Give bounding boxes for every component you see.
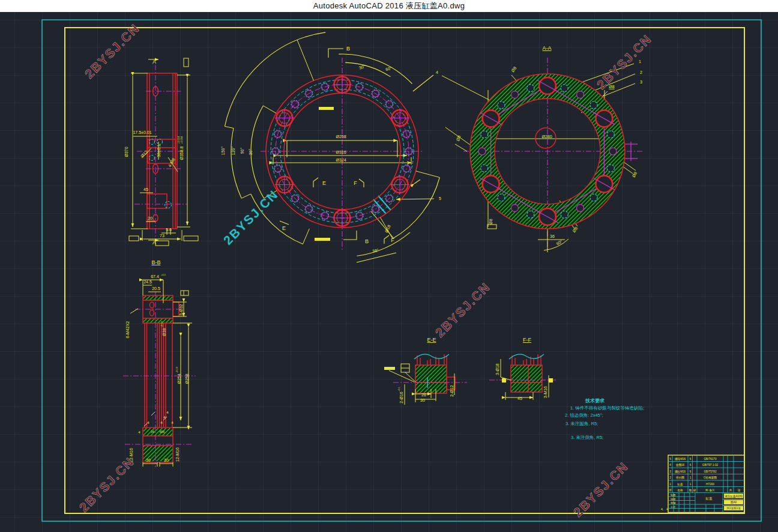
dim-label[interactable]: 36: [550, 234, 555, 238]
parts-list-cell[interactable]: 4: [669, 464, 671, 467]
parts-list-cell[interactable]: 垫圈16: [676, 464, 685, 467]
dim-label[interactable]: 6-M42X2: [125, 321, 130, 339]
dim-label[interactable]: Ø324: [336, 158, 346, 162]
dim-label[interactable]: 3: [640, 80, 642, 84]
parts-list-cell[interactable]: 螺栓M16: [675, 470, 686, 474]
dim-label[interactable]: 4: [166, 411, 169, 414]
dim-label[interactable]: B-B: [151, 259, 160, 265]
dim-label[interactable]: 73: [160, 234, 164, 238]
notes-line[interactable]: 3. 未注倒角, R5;: [571, 435, 603, 440]
notes-line[interactable]: 3. 未注圆角, R5;: [565, 421, 598, 426]
parts-list-header[interactable]: 序: [669, 489, 672, 492]
dim-label[interactable]: 2-Ø12: [450, 385, 454, 397]
dim-label[interactable]: B: [346, 46, 350, 52]
parts-list-header[interactable]: 料·备注: [705, 489, 715, 492]
dim-label[interactable]: 30°: [249, 149, 253, 156]
parts-list-cell[interactable]: GB/T5782: [704, 470, 717, 473]
dim-label[interactable]: 3-Ø32: [179, 304, 183, 316]
dim-label[interactable]: 4: [160, 421, 163, 425]
parts-list-cell[interactable]: 缸盖: [677, 483, 683, 486]
titleblock-cell[interactable]: 描图: [671, 498, 675, 501]
dim-label[interactable]: 4: [147, 421, 149, 425]
parts-list-header[interactable]: 名称: [677, 489, 683, 492]
parts-list-cell[interactable]: GB/T97.1-02: [702, 464, 719, 467]
dim-label[interactable]: Ø258: [336, 135, 346, 139]
dim-label[interactable]: +0.004: [180, 136, 183, 144]
dim-label[interactable]: F-F: [523, 337, 531, 343]
parts-list-header[interactable]: 张: [738, 489, 741, 492]
parts-list-cell[interactable]: HT200: [706, 483, 714, 486]
drawing-canvas[interactable]: AA17.5±0.01Ø370Ø1238±0.14-M8Ø358.8+0.018…: [0, 12, 778, 532]
dim-label[interactable]: E: [282, 225, 286, 231]
dim-label[interactable]: 5: [439, 196, 441, 201]
dim-label[interactable]: 4-M8: [167, 157, 176, 168]
dim-label[interactable]: 38±0.1: [157, 144, 161, 157]
titleblock-cell[interactable]: 工艺: [670, 506, 676, 509]
dim-label[interactable]: 4: [171, 421, 173, 425]
dim-label[interactable]: Ø258: [185, 373, 189, 384]
dim-label[interactable]: 60°: [385, 66, 392, 72]
dim-label[interactable]: +0.1: [397, 386, 400, 391]
dim-label[interactable]: 2: [640, 70, 642, 74]
titleblock-cell[interactable]: 审核: [671, 501, 676, 504]
parts-list-cell[interactable]: 5: [669, 458, 671, 461]
dim-label[interactable]: 20.5: [152, 286, 160, 291]
dim-label[interactable]: 12-M16: [175, 447, 179, 462]
dim-label[interactable]: 3-M16: [543, 386, 547, 398]
parts-list-cell[interactable]: 6: [690, 470, 692, 473]
dim-label[interactable]: 34: [151, 430, 154, 434]
parts-list-header[interactable]: 材: [693, 489, 696, 492]
parts-list-cell[interactable]: 6: [690, 464, 692, 467]
dim-label[interactable]: Ø8: [510, 66, 517, 73]
dim-label[interactable]: B: [365, 238, 369, 244]
dim-label[interactable]: Ø316: [336, 150, 346, 154]
dim-label[interactable]: 45: [517, 396, 522, 401]
dim-label[interactable]: 666: [160, 430, 165, 434]
dim-label[interactable]: 30: [146, 458, 151, 462]
dim-label[interactable]: 30: [420, 398, 425, 402]
dim-label[interactable]: 67.4: [151, 274, 159, 279]
dim-label[interactable]: 1: [639, 59, 641, 64]
parts-list-cell[interactable]: GB/T6170: [704, 458, 717, 461]
dim-label[interactable]: A: [152, 59, 156, 65]
dim-label[interactable]: Ø358.8: [179, 146, 184, 160]
section-b-b[interactable]: [123, 280, 196, 467]
dim-label[interactable]: 17.5±0.01: [133, 130, 151, 135]
dim-label[interactable]: Ø254: [177, 373, 181, 384]
dim-label[interactable]: 2-Ø16: [399, 391, 403, 404]
parts-list-cell[interactable]: 1: [669, 483, 671, 486]
dim-label[interactable]: A: [152, 240, 156, 246]
side-view[interactable]: [129, 58, 198, 246]
dim-label[interactable]: 26: [421, 393, 426, 397]
notes-line[interactable]: 1. 铸件不得有砂眼与裂纹等铸造缺陷;: [570, 405, 644, 411]
front-view-rings[interactable]: [225, 32, 439, 256]
dim-label[interactable]: F: [354, 180, 357, 186]
parts-list-cell[interactable]: 3: [669, 470, 671, 473]
dim-label[interactable]: 30: [164, 458, 169, 462]
parts-list-cell[interactable]: 密封圈: [676, 476, 684, 479]
parts-list-cell[interactable]: 2: [669, 476, 671, 479]
dim-label[interactable]: 45: [143, 187, 148, 192]
drawing-name[interactable]: 缸盖: [706, 497, 713, 501]
dim-label[interactable]: +0.1: [161, 273, 166, 276]
dim-label[interactable]: 3-Ø18: [495, 363, 499, 375]
dim-label[interactable]: E-E: [427, 337, 436, 343]
notes-line[interactable]: 2. 锐边倒角: 2x45°;: [565, 413, 603, 418]
dim-label[interactable]: 38°: [372, 248, 379, 253]
dim-label[interactable]: +0.10: [175, 366, 178, 373]
parts-list-header[interactable]: 数: [689, 489, 692, 492]
dim-label[interactable]: 4: [436, 70, 438, 74]
parts-list-cell[interactable]: 螺母M16: [675, 457, 686, 461]
dim-label[interactable]: Ø8: [631, 171, 638, 178]
dim-label[interactable]: Ø8: [489, 219, 493, 224]
title-block[interactable]: 5螺母M166GB/T61704垫圈166GB/T97.1-023螺栓M166G…: [661, 455, 744, 513]
dim-label[interactable]: Ø8: [456, 135, 462, 141]
titleblock-cell[interactable]: 制图: [671, 494, 675, 497]
dim-label[interactable]: F: [391, 237, 394, 243]
front-view[interactable]: [261, 49, 434, 262]
dim-label[interactable]: 20: [148, 216, 152, 220]
parts-list-cell[interactable]: 1: [690, 483, 692, 486]
dim-label[interactable]: 30°: [358, 64, 366, 70]
dim-label[interactable]: E: [322, 180, 326, 186]
inner-drawing-frame[interactable]: [65, 28, 744, 513]
